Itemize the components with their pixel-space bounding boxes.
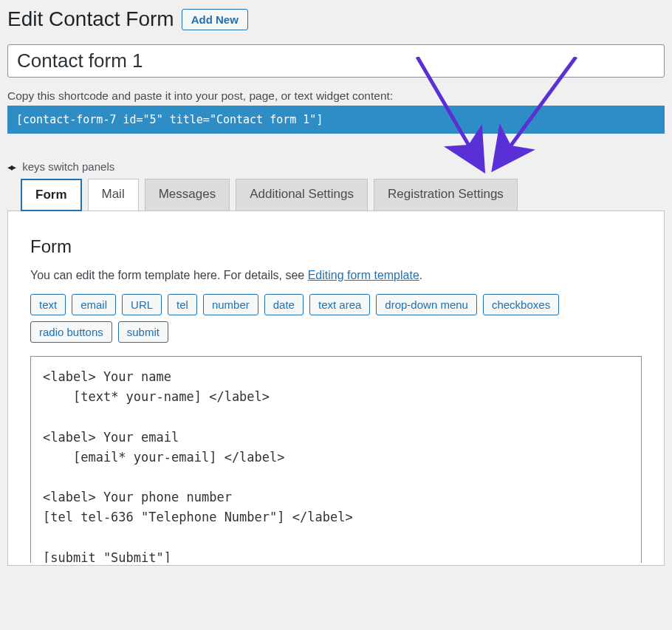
form-template-textarea[interactable] xyxy=(30,356,642,563)
form-panel: Form You can edit the form template here… xyxy=(7,210,665,566)
tag-date-button[interactable]: date xyxy=(264,294,304,315)
tab-messages[interactable]: Messages xyxy=(145,179,230,211)
tag-submit-button[interactable]: submit xyxy=(118,321,168,343)
shortcode-field[interactable] xyxy=(7,106,665,134)
editing-template-link[interactable]: Editing form template xyxy=(308,269,419,281)
tag-tel-button[interactable]: tel xyxy=(168,294,197,315)
keys-switch-hint: ◂▸ keys switch panels xyxy=(7,160,665,173)
tag-text-button[interactable]: text xyxy=(30,294,66,315)
tag-radio-buttons-button[interactable]: radio buttons xyxy=(30,321,112,343)
add-new-button[interactable]: Add New xyxy=(182,9,248,30)
panel-desc-suffix: . xyxy=(419,269,422,281)
shortcode-hint: Copy this shortcode and paste it into yo… xyxy=(7,89,665,103)
form-title-input[interactable] xyxy=(7,44,665,78)
tag-number-button[interactable]: number xyxy=(203,294,258,315)
tag-drop-down-menu-button[interactable]: drop-down menu xyxy=(376,294,477,315)
tab-form[interactable]: Form xyxy=(21,179,82,211)
tag-text-area-button[interactable]: text area xyxy=(309,294,370,315)
tabs-container: FormMailMessagesAdditional SettingsRegis… xyxy=(7,179,665,211)
tab-mail[interactable]: Mail xyxy=(88,179,139,211)
tag-url-button[interactable]: URL xyxy=(122,294,162,315)
panel-heading: Form xyxy=(30,236,642,257)
tab-registration-settings[interactable]: Registration Settings xyxy=(374,179,518,211)
tag-button-row: textemailURLtelnumberdatetext areadrop-d… xyxy=(30,294,642,343)
keys-switch-label: keys switch panels xyxy=(22,160,114,173)
page-title: Edit Contact Form xyxy=(7,7,174,31)
tab-additional-settings[interactable]: Additional Settings xyxy=(236,179,368,211)
panel-desc-prefix: You can edit the form template here. For… xyxy=(30,269,308,281)
left-right-arrows-icon: ◂▸ xyxy=(7,161,15,173)
tag-checkboxes-button[interactable]: checkboxes xyxy=(483,294,559,315)
panel-description: You can edit the form template here. For… xyxy=(30,269,642,282)
tag-email-button[interactable]: email xyxy=(72,294,116,315)
